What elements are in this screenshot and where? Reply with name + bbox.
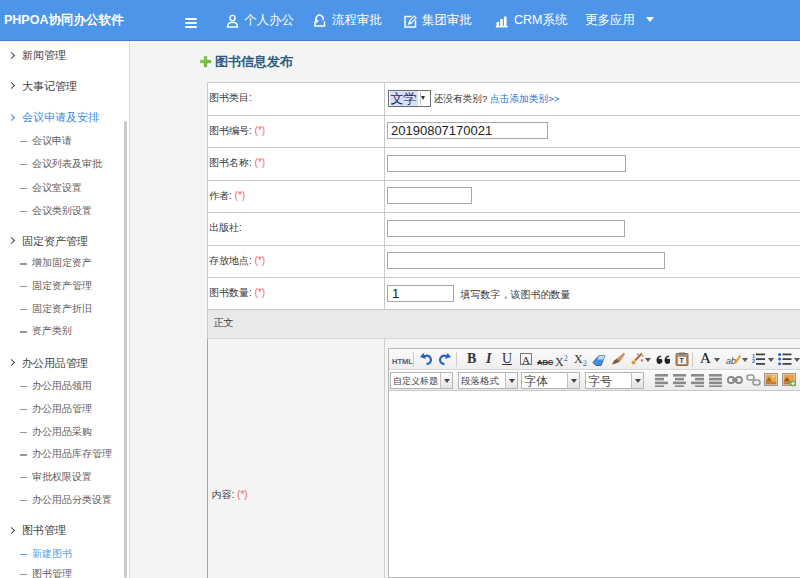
svg-text:T: T: [679, 357, 684, 364]
svg-text:2: 2: [752, 358, 755, 364]
svg-text:ab: ab: [726, 356, 736, 366]
